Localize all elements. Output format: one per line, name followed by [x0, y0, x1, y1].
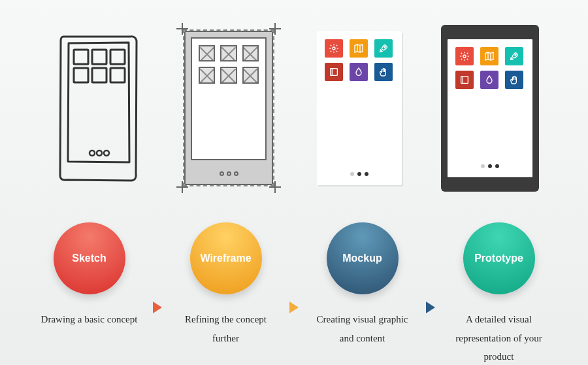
- svg-point-9: [333, 47, 335, 50]
- stage-circle: Sketch: [54, 222, 125, 294]
- svg-point-7: [97, 150, 102, 156]
- wireframe-cell: [242, 45, 259, 61]
- stage-wireframe: Wireframe Refining the concept further: [175, 222, 276, 347]
- svg-rect-4: [92, 68, 106, 82]
- gear-icon: [325, 39, 343, 58]
- wireframe-cell: [220, 45, 237, 61]
- book-icon: [325, 63, 343, 81]
- book-icon: [455, 71, 474, 89]
- stage-desc: Creating visual graphic and content: [312, 310, 413, 347]
- wireframe-cell: [199, 45, 215, 61]
- page-dots: [186, 171, 272, 176]
- svg-rect-2: [110, 50, 125, 64]
- map-icon: [350, 39, 368, 58]
- stage-prototype: Prototype A detailed visual representati…: [448, 222, 549, 365]
- svg-rect-0: [74, 50, 88, 64]
- svg-rect-11: [331, 68, 338, 75]
- arrow-icon: [288, 300, 300, 317]
- stage-label: Mockup: [342, 252, 382, 264]
- wireframe-cell: [220, 67, 237, 83]
- stage-label: Prototype: [474, 252, 523, 264]
- svg-rect-3: [74, 68, 88, 82]
- hand-icon: [505, 71, 523, 89]
- drop-icon: [350, 63, 368, 81]
- svg-point-12: [463, 55, 466, 58]
- sketch-phone: [33, 23, 163, 193]
- wireframe-phone: [163, 23, 294, 193]
- hand-icon: [374, 63, 393, 81]
- stage-label: Sketch: [72, 252, 106, 264]
- stage-circle: Prototype: [463, 222, 535, 294]
- rocket-icon: [374, 39, 393, 58]
- mockup-phone: [294, 23, 425, 193]
- svg-point-13: [515, 54, 516, 56]
- svg-rect-5: [110, 68, 125, 82]
- stages-row: Sketch Drawing a basic concept Wireframe…: [0, 196, 588, 365]
- stage-desc: Drawing a basic concept: [41, 310, 138, 329]
- stage-label: Wireframe: [200, 252, 251, 264]
- arrow-icon: [152, 300, 163, 317]
- gear-icon: [455, 47, 474, 65]
- stage-desc: A detailed visual representation of your…: [448, 310, 549, 365]
- wireframe-cell: [199, 67, 215, 83]
- svg-point-10: [384, 46, 385, 48]
- phones-row: [0, 0, 588, 196]
- stage-desc: Refining the concept further: [175, 310, 276, 347]
- page-dots: [317, 172, 402, 176]
- rocket-icon: [505, 47, 523, 65]
- prototype-phone: [425, 23, 555, 193]
- stage-mockup: Mockup Creating visual graphic and conte…: [312, 222, 413, 347]
- map-icon: [480, 47, 498, 65]
- svg-rect-14: [461, 76, 468, 83]
- svg-point-8: [104, 150, 109, 156]
- stage-sketch: Sketch Drawing a basic concept: [39, 222, 140, 329]
- stage-circle: Wireframe: [190, 222, 262, 294]
- drop-icon: [480, 71, 498, 89]
- svg-rect-1: [92, 50, 106, 64]
- stage-circle: Mockup: [327, 222, 399, 294]
- arrow-icon: [425, 300, 436, 317]
- wireframe-cell: [242, 67, 259, 83]
- page-dots: [448, 164, 532, 168]
- svg-point-6: [90, 150, 95, 156]
